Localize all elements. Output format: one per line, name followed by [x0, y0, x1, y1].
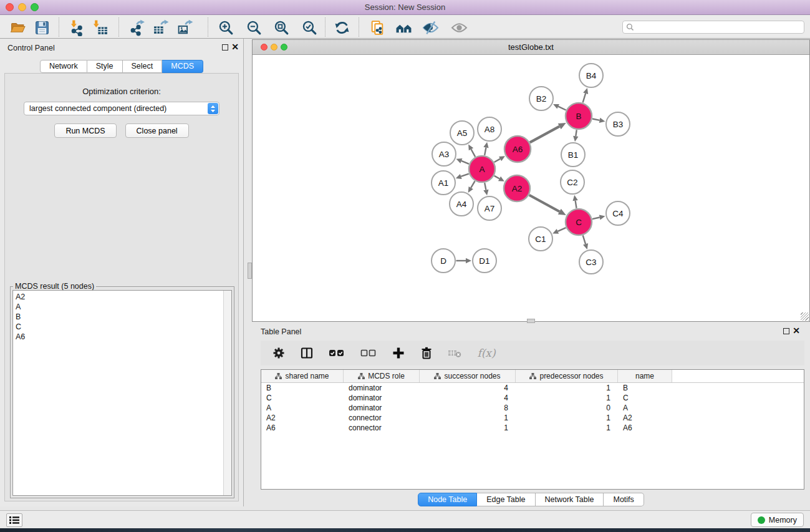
- zoom-out-button[interactable]: [244, 17, 264, 37]
- graph-node-label-B: B: [576, 112, 581, 121]
- task-history-button[interactable]: [6, 513, 22, 527]
- hide-panel-button[interactable]: [420, 17, 440, 37]
- graph-edge-B-B1[interactable]: [576, 130, 576, 136]
- graph-edge-A-A1[interactable]: [461, 174, 469, 177]
- tab-node-table[interactable]: Node Table: [418, 493, 477, 506]
- table-row[interactable]: A6 connector 1 1 A6: [261, 423, 804, 433]
- tab-network[interactable]: Network: [40, 60, 87, 73]
- graph-edge-B-B4[interactable]: [583, 94, 586, 103]
- graph-edge-A-A7[interactable]: [485, 183, 486, 190]
- float-panel-icon[interactable]: [222, 44, 228, 51]
- tab-motifs[interactable]: Motifs: [604, 493, 644, 506]
- close-panel-button[interactable]: Close panel: [125, 123, 189, 138]
- graph-edge-C-C2[interactable]: [576, 201, 577, 208]
- resize-grip[interactable]: [801, 312, 809, 321]
- splitter-handle-vertical[interactable]: [248, 263, 252, 279]
- run-mcds-button[interactable]: Run MCDS: [54, 123, 116, 138]
- table-row[interactable]: C dominator 4 1 C: [261, 393, 804, 403]
- graph-arrowhead-A-A7: [483, 190, 488, 196]
- graph-edge-B-B2[interactable]: [558, 107, 566, 110]
- list-item[interactable]: A: [13, 302, 223, 312]
- graph-edge-A2-C[interactable]: [529, 195, 560, 211]
- column-header-predecessor-nodes[interactable]: predecessor nodes: [516, 370, 618, 382]
- float-panel-icon[interactable]: [783, 328, 789, 334]
- delete-column-button[interactable]: [419, 346, 434, 360]
- list-item[interactable]: A6: [13, 332, 223, 342]
- zoom-window-button[interactable]: [31, 3, 39, 11]
- refresh-layout-button[interactable]: [332, 17, 352, 37]
- graph-arrowhead-B-B3: [599, 118, 605, 123]
- delete-table-icon: [447, 346, 462, 360]
- memory-button[interactable]: Memory: [751, 513, 804, 527]
- column-view-button[interactable]: [299, 346, 314, 360]
- list-item[interactable]: A2: [13, 292, 223, 302]
- table-row[interactable]: A dominator 8 0 A: [261, 403, 804, 413]
- criterion-select[interactable]: largest connected component (directed): [24, 102, 219, 115]
- tab-network-table[interactable]: Network Table: [536, 493, 604, 506]
- first-neighbors-button[interactable]: [393, 17, 413, 37]
- graph-edge-A-A5[interactable]: [471, 149, 475, 157]
- zoom-selected-button[interactable]: [299, 17, 319, 37]
- list-item[interactable]: B: [13, 312, 223, 322]
- list-scrollbar[interactable]: [223, 291, 231, 495]
- graph-edge-A-A8[interactable]: [485, 147, 486, 155]
- add-column-button[interactable]: [391, 346, 406, 360]
- tab-style[interactable]: Style: [87, 60, 123, 73]
- import-table-button[interactable]: [90, 17, 110, 37]
- zoom-view-button[interactable]: [281, 44, 287, 51]
- graph-arrowhead-C-C3: [583, 243, 588, 249]
- column-header-shared-name[interactable]: shared name: [261, 370, 344, 382]
- save-icon: [34, 19, 51, 36]
- show-panel-button[interactable]: [449, 17, 469, 37]
- close-window-button[interactable]: [6, 3, 14, 11]
- zoom-fit-button[interactable]: [271, 17, 291, 37]
- zoom-in-button[interactable]: [216, 17, 236, 37]
- graph-edge-B-B3[interactable]: [592, 119, 600, 120]
- graph-edge-A-A4[interactable]: [471, 181, 475, 188]
- graph-node-label-A8: A8: [485, 125, 495, 134]
- open-file-button[interactable]: [7, 17, 27, 37]
- graph-arrowhead-C-C2: [572, 195, 577, 201]
- tab-mcds[interactable]: MCDS: [162, 60, 203, 73]
- graph-edge-C-C3[interactable]: [583, 235, 586, 244]
- select-all-button[interactable]: [327, 346, 346, 360]
- shared-column-icon: [358, 373, 365, 379]
- duplicate-network-button[interactable]: [367, 17, 387, 37]
- deselect-all-button[interactable]: [359, 346, 378, 360]
- graph-edge-A-A3[interactable]: [461, 161, 469, 164]
- minimize-window-button[interactable]: [18, 3, 26, 11]
- minimize-view-button[interactable]: [271, 44, 277, 51]
- toolbar-separator: [118, 17, 119, 37]
- graph-edge-C-C4[interactable]: [592, 218, 600, 220]
- graph-edge-A6-B[interactable]: [530, 127, 559, 143]
- function-builder-button[interactable]: f(x): [475, 346, 498, 360]
- export-table-button[interactable]: [151, 17, 171, 37]
- table-settings-button[interactable]: [271, 346, 286, 360]
- tab-edge-table[interactable]: Edge Table: [477, 493, 535, 506]
- close-panel-icon[interactable]: ✕: [793, 326, 800, 336]
- list-item[interactable]: C: [13, 322, 223, 332]
- export-image-button[interactable]: [175, 17, 195, 37]
- column-header-name[interactable]: name: [618, 370, 672, 382]
- mcds-result-list: A2 A B C A6: [12, 290, 232, 496]
- export-network-button[interactable]: [127, 17, 147, 37]
- network-canvas[interactable]: AA1A2A3A4A5A6A7A8BB1B2B3B4CC1C2C3C4DD1: [253, 55, 809, 321]
- graph-edge-C-C1[interactable]: [557, 228, 566, 231]
- graph-node-label-C3: C3: [586, 258, 596, 267]
- import-network-button[interactable]: [66, 17, 86, 37]
- tab-select[interactable]: Select: [123, 60, 163, 73]
- close-panel-icon[interactable]: ✕: [231, 42, 239, 52]
- search-input[interactable]: [634, 22, 804, 32]
- save-session-button[interactable]: [32, 17, 52, 37]
- delete-table-button[interactable]: [447, 346, 462, 360]
- close-view-button[interactable]: [261, 44, 268, 51]
- column-header-successor-nodes[interactable]: successor nodes: [420, 370, 516, 382]
- control-panel: Control Panel ✕ Network Style Select MCD…: [0, 39, 244, 506]
- graph-edge-A-A2[interactable]: [494, 176, 499, 179]
- graph-node-label-A4: A4: [456, 200, 467, 209]
- table-row[interactable]: A2 connector 1 1 A2: [261, 413, 804, 423]
- table-row[interactable]: B dominator 4 1 B: [261, 383, 804, 393]
- graph-edge-A-A6[interactable]: [494, 159, 500, 162]
- splitter-handle-horizontal[interactable]: [527, 319, 535, 323]
- column-header-mcds-role[interactable]: MCDS role: [344, 370, 420, 382]
